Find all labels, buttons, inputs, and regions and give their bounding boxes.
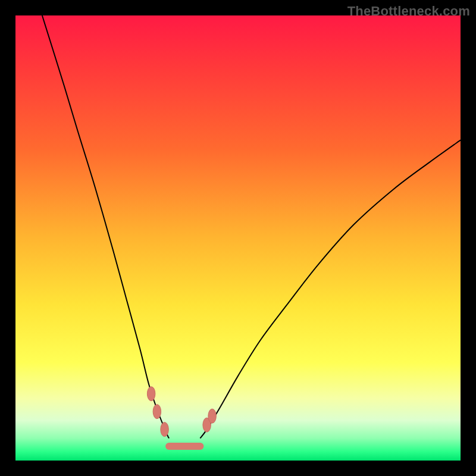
curve-marker <box>153 405 161 419</box>
chart-overlay <box>15 15 461 461</box>
curve-markers <box>147 387 216 437</box>
curve-marker <box>147 387 155 401</box>
watermark-label: TheBottleneck.com <box>347 4 470 19</box>
curve-marker <box>208 409 216 423</box>
chart-frame: TheBottleneck.com <box>0 0 476 476</box>
curve-left-arm <box>42 15 169 439</box>
curve-marker <box>161 422 168 437</box>
curve-right-arm <box>200 140 461 438</box>
